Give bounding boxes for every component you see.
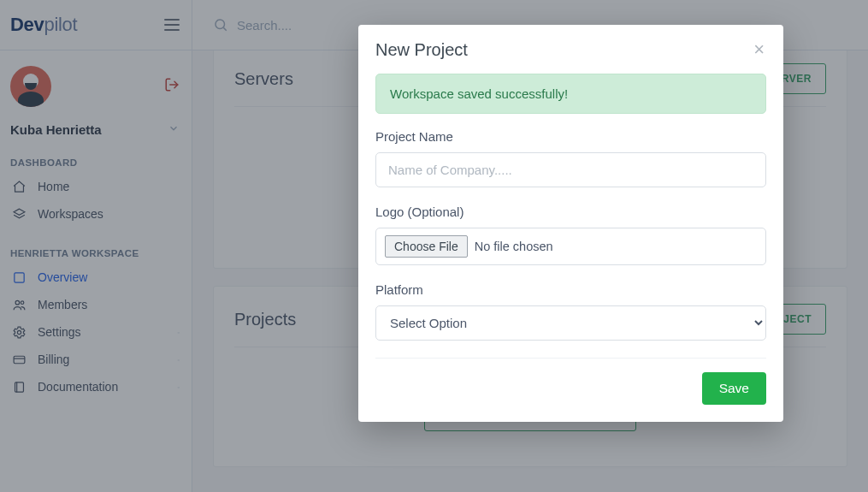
close-icon[interactable]: × xyxy=(752,40,766,59)
alert-success: Workspace saved successfully! xyxy=(375,74,766,114)
modal-title: New Project xyxy=(375,40,468,60)
save-button[interactable]: Save xyxy=(702,372,766,405)
logo-file-input[interactable]: Choose File No file chosen xyxy=(375,228,766,265)
file-status: No file chosen xyxy=(475,240,553,253)
choose-file-button[interactable]: Choose File xyxy=(385,235,468,258)
label-logo: Logo (Optional) xyxy=(375,205,766,219)
platform-select[interactable]: Select Option xyxy=(375,305,766,341)
label-platform: Platform xyxy=(375,282,766,297)
label-project-name: Project Name xyxy=(375,129,766,144)
modal-new-project: New Project × Workspace saved successful… xyxy=(358,25,783,422)
project-name-input[interactable] xyxy=(375,152,766,187)
